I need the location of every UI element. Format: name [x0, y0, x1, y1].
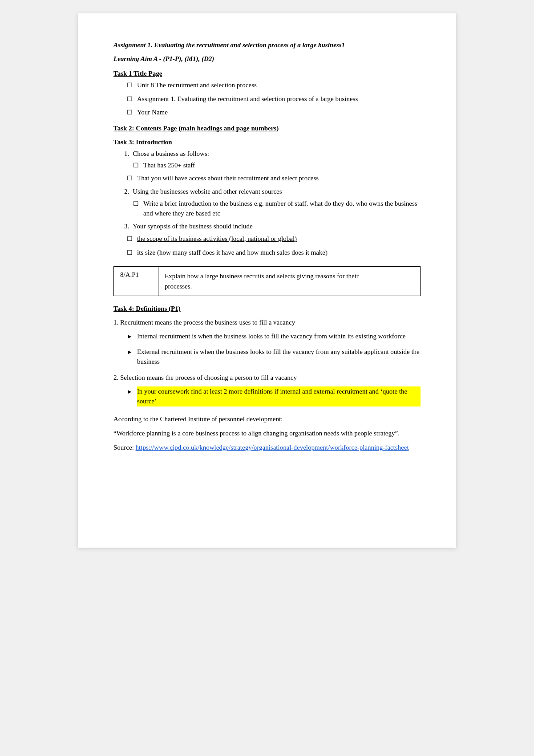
checkbox-icon: ☐: [127, 81, 133, 90]
list-item: ☐ That you will have access about their …: [127, 173, 421, 183]
list-item: ☐ Your Name: [127, 107, 421, 118]
arrow-icon: ►: [127, 387, 133, 396]
list-item: ☐ Write a brief introduction to the busi…: [133, 199, 421, 219]
task4-section: Task 4: Definitions (P1) 1. Recruitment …: [113, 305, 421, 453]
task1-item3: Your Name: [137, 107, 168, 118]
header-block: Assignment 1. Evaluating the recruitment…: [113, 40, 421, 50]
num-label: 2.: [124, 187, 129, 197]
task1-list: ☐ Unit 8 The recruitment and selection p…: [127, 80, 421, 118]
task1-item1: Unit 8 The recruitment and selection pro…: [137, 80, 257, 90]
task2-heading: Task 2: Contents Page (main headings and…: [113, 125, 421, 132]
arrow-icon: ►: [127, 332, 133, 341]
checkbox-icon: ☐: [133, 161, 139, 170]
table-desc-line2: processes.: [165, 283, 192, 290]
recruitment-section: 1. Recruitment means the process the bus…: [113, 317, 421, 406]
task3-standalone-list: ☐ That you will have access about their …: [127, 173, 421, 183]
table-cell-description: Explain how a large business recruits an…: [158, 267, 365, 296]
list-item: ☐ the scope of its business activities (…: [127, 234, 421, 244]
list-item: ☐ That has 250+ staff: [133, 160, 421, 171]
num-label: 1.: [124, 149, 129, 159]
list-item: 1. Chose a business as follows: ☐ That h…: [124, 149, 421, 171]
cipd-source: Source: https://www.cipd.co.uk/knowledge…: [113, 442, 421, 453]
task3-heading: Task 3: Introduction: [113, 138, 421, 146]
assignment-title-line2: Learning Aim A - (P1-P), (M1), (D2): [113, 54, 421, 64]
checkbox-icon: ☐: [127, 248, 133, 257]
task3-item2: Using the businesses website and other r…: [133, 187, 282, 197]
task3-sub2-item1: Write a brief introduction to the busine…: [143, 199, 421, 219]
task4-heading: Task 4: Definitions (P1): [113, 305, 421, 313]
highlighted-instruction: In your coursework find at least 2 more …: [137, 386, 421, 406]
task1-heading: Task 1 Title Page: [113, 70, 421, 77]
task1-item2: Assignment 1. Evaluating the recruitment…: [137, 94, 358, 104]
list-item: ► Internal recruitment is when the busin…: [127, 331, 421, 341]
table-desc-line1: Explain how a large business recruits an…: [165, 272, 359, 280]
arrow-icon: ►: [127, 348, 133, 357]
checkbox-icon: ☐: [127, 234, 133, 244]
task3-bottom-list: ☐ the scope of its business activities (…: [127, 234, 421, 257]
page: Assignment 1. Evaluating the recruitment…: [78, 13, 456, 548]
task3-sub2: ☐ Write a brief introduction to the busi…: [133, 199, 421, 219]
task3-sub-list: ☐ That has 250+ staff: [133, 160, 421, 171]
checkbox-icon: ☐: [127, 174, 133, 183]
header-block2: Learning Aim A - (P1-P), (M1), (D2): [113, 54, 421, 64]
list-item: ☐ Assignment 1. Evaluating the recruitme…: [127, 94, 421, 104]
list-item: ☐ Unit 8 The recruitment and selection p…: [127, 80, 421, 90]
num-label: 3.: [124, 221, 129, 232]
task3-list: 1. Chose a business as follows: ☐ That h…: [124, 149, 421, 171]
recruitment-sub-list: ► Internal recruitment is when the busin…: [127, 331, 421, 367]
table-cell-code: 8/A.P1: [114, 267, 158, 296]
recruitment-sub-item2: External recruitment is when the busines…: [137, 347, 421, 367]
task3-bottom-item1: the scope of its business activities (lo…: [137, 234, 297, 244]
checkbox-icon: ☐: [127, 108, 133, 117]
criteria-table: 8/A.P1 Explain how a large business recr…: [113, 266, 421, 296]
list-item: ► External recruitment is when the busin…: [127, 347, 421, 367]
cipd-section: According to the Chartered Institute of …: [113, 414, 421, 453]
source-label: Source:: [113, 444, 136, 451]
cipd-quote: “Workforce planning is a core business p…: [113, 428, 421, 439]
assignment-title-line1: Assignment 1. Evaluating the recruitment…: [113, 40, 421, 50]
task3-bottom-item2: its size (how many staff does it have an…: [137, 248, 328, 258]
cipd-intro: According to the Chartered Institute of …: [113, 414, 421, 424]
task3-standalone: That you will have access about their re…: [137, 173, 319, 183]
recruitment-label: 1. Recruitment means the process the bus…: [113, 317, 421, 328]
list-item: ► In your coursework find at least 2 mor…: [127, 386, 421, 406]
task3-sub-item1: That has 250+ staff: [143, 160, 195, 171]
selection-label: 2. Selection means the process of choosi…: [113, 372, 421, 383]
recruitment-sub-item1: Internal recruitment is when the busines…: [137, 331, 406, 341]
checkbox-icon: ☐: [133, 199, 139, 208]
task3-item3: Your synopsis of the business should inc…: [133, 221, 252, 232]
list-item: 2. Using the businesses website and othe…: [124, 187, 421, 219]
list-item: 3. Your synopsis of the business should …: [124, 221, 421, 232]
list-item: ☐ its size (how many staff does it have …: [127, 248, 421, 258]
source-link[interactable]: https://www.cipd.co.uk/knowledge/strateg…: [136, 444, 409, 451]
task3-item1: Chose a business as follows:: [133, 149, 209, 159]
checkbox-icon: ☐: [127, 94, 133, 104]
selection-sub-list: ► In your coursework find at least 2 mor…: [127, 386, 421, 406]
task3-numbered2: 2. Using the businesses website and othe…: [124, 187, 421, 231]
